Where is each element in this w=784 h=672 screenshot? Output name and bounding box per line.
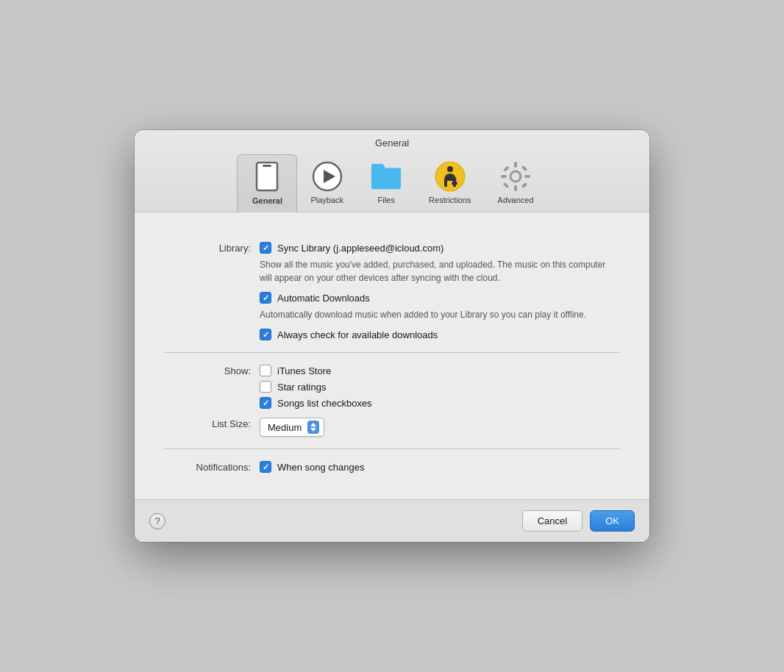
library-section: Library: Sync Library (j.appleseed@iclou… (164, 230, 620, 352)
tab-general[interactable]: General (237, 154, 297, 212)
star-ratings-checkbox[interactable] (260, 381, 271, 393)
title-bar: General General (135, 130, 649, 212)
svg-rect-8 (514, 162, 517, 168)
cancel-button[interactable]: Cancel (522, 510, 582, 532)
svg-point-7 (510, 171, 521, 182)
list-size-content: Medium (260, 418, 620, 437)
svg-rect-11 (524, 175, 530, 178)
library-label: Library: (164, 242, 260, 254)
list-size-value: Medium (268, 422, 302, 433)
arrow-up-icon (310, 423, 316, 426)
auto-downloads-checkbox[interactable] (260, 292, 271, 304)
songs-list-label: Songs list checkboxes (277, 398, 372, 409)
always-check-checkbox-row: Always check for available downloads (260, 329, 620, 340)
sync-library-description: Show all the music you've added, purchas… (260, 258, 620, 285)
svg-point-6 (452, 178, 456, 182)
svg-rect-10 (501, 175, 507, 178)
tab-restrictions[interactable]: Restrictions (416, 154, 484, 212)
svg-rect-1 (263, 165, 271, 167)
notifications-label: Notifications: (164, 461, 260, 473)
tab-advanced[interactable]: Advanced (485, 154, 547, 212)
tab-playback-label: Playback (310, 196, 343, 204)
list-size-select[interactable]: Medium (260, 418, 324, 437)
show-label: Show: (164, 365, 260, 376)
itunes-store-checkbox[interactable] (260, 365, 271, 376)
sync-library-checkbox-row: Sync Library (j.appleseed@icloud.com) (260, 242, 620, 254)
svg-rect-14 (503, 182, 509, 188)
help-icon: ? (154, 515, 160, 526)
auto-downloads-description: Automatically download music when added … (260, 308, 620, 321)
notifications-section: Notifications: When song changes (164, 448, 620, 485)
notifications-content: When song changes (260, 461, 620, 473)
songs-list-checkbox-row: Songs list checkboxes (260, 397, 620, 409)
star-ratings-checkbox-row: Star ratings (260, 381, 620, 393)
tab-files-label: Files (377, 196, 394, 204)
notifications-row: Notifications: When song changes (164, 461, 620, 473)
when-song-checkbox-row: When song changes (260, 461, 620, 473)
files-icon (370, 160, 402, 193)
tab-files[interactable]: Files (357, 154, 416, 212)
window-title: General (135, 137, 649, 149)
show-row: Show: iTunes Store Star ratings Songs li… (164, 365, 620, 409)
show-content: iTunes Store Star ratings Songs list che… (260, 365, 620, 409)
songs-list-checkbox[interactable] (260, 397, 271, 409)
advanced-icon (499, 160, 532, 193)
ok-button[interactable]: OK (590, 510, 635, 532)
footer-buttons: Cancel OK (522, 510, 635, 532)
list-size-label: List Size: (164, 418, 260, 429)
footer: ? Cancel OK (135, 499, 649, 542)
itunes-store-checkbox-row: iTunes Store (260, 365, 620, 376)
tab-restrictions-label: Restrictions (429, 196, 471, 204)
svg-rect-12 (503, 165, 509, 171)
tab-advanced-label: Advanced (498, 196, 534, 204)
sync-library-checkbox[interactable] (260, 242, 271, 254)
restrictions-icon (434, 160, 466, 193)
toolbar: General Playback File (135, 154, 649, 212)
tab-general-label: General (252, 196, 282, 205)
tab-playback[interactable]: Playback (297, 154, 357, 212)
library-content: Sync Library (j.appleseed@icloud.com) Sh… (260, 242, 620, 340)
itunes-store-label: iTunes Store (277, 365, 331, 376)
svg-rect-15 (521, 182, 527, 188)
select-arrows-icon (307, 421, 319, 434)
playback-icon (311, 160, 343, 193)
auto-downloads-checkbox-row: Automatic Downloads (260, 292, 620, 304)
preferences-window: General General (135, 130, 649, 542)
always-check-checkbox[interactable] (260, 329, 271, 340)
auto-downloads-label: Automatic Downloads (277, 293, 370, 304)
show-section: Show: iTunes Store Star ratings Songs li… (164, 352, 620, 448)
svg-point-5 (447, 166, 453, 172)
when-song-label: When song changes (277, 462, 365, 473)
svg-rect-9 (514, 185, 517, 191)
always-check-label: Always check for available downloads (277, 329, 438, 340)
sync-library-row: Library: Sync Library (j.appleseed@iclou… (164, 242, 620, 340)
content-area: Library: Sync Library (j.appleseed@iclou… (135, 212, 649, 499)
when-song-checkbox[interactable] (260, 461, 271, 473)
general-icon (251, 161, 283, 193)
help-button[interactable]: ? (149, 513, 165, 529)
arrow-down-icon (310, 428, 316, 432)
svg-rect-13 (521, 165, 527, 171)
list-size-row: List Size: Medium (164, 418, 620, 437)
sync-library-label: Sync Library (j.appleseed@icloud.com) (277, 243, 443, 254)
star-ratings-label: Star ratings (277, 382, 326, 393)
